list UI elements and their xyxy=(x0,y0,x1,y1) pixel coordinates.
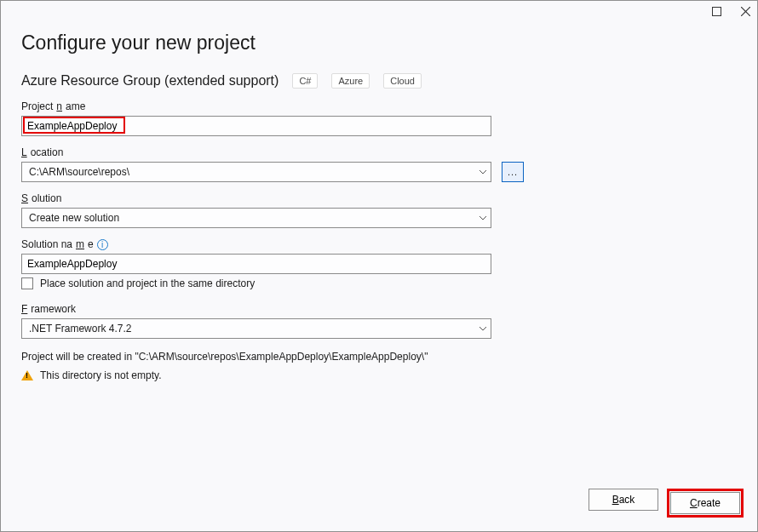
footer-buttons: Back Create xyxy=(589,489,744,518)
same-directory-label: Place solution and project in the same d… xyxy=(40,277,255,289)
chevron-down-icon xyxy=(475,321,491,336)
warning-row: This directory is not empty. xyxy=(21,369,737,381)
close-button[interactable] xyxy=(738,4,752,18)
close-icon xyxy=(741,7,750,16)
field-solution-name: Solution name i Place solution and proje… xyxy=(21,238,737,289)
titlebar xyxy=(1,1,757,26)
warning-icon xyxy=(21,370,33,380)
svg-rect-0 xyxy=(712,7,721,15)
field-framework: Framework .NET Framework 4.7.2 xyxy=(21,303,737,339)
content-area: Configure your new project Azure Resourc… xyxy=(1,26,757,531)
maximize-icon xyxy=(712,7,721,16)
framework-combo[interactable]: .NET Framework 4.7.2 xyxy=(21,318,491,339)
template-name: Azure Resource Group (extended support) xyxy=(21,73,279,89)
template-header: Azure Resource Group (extended support) … xyxy=(21,73,737,89)
browse-button[interactable]: ... xyxy=(502,162,524,182)
warning-text: This directory is not empty. xyxy=(40,369,162,381)
tag-csharp: C# xyxy=(292,73,318,89)
chevron-down-icon xyxy=(475,210,491,226)
framework-label: Framework xyxy=(21,303,737,315)
solution-name-input[interactable] xyxy=(21,254,491,274)
create-button-highlight: Create xyxy=(667,489,744,518)
field-solution: Solution Create new solution xyxy=(21,192,737,228)
solution-combo[interactable]: Create new solution xyxy=(21,208,491,228)
solution-name-label: Solution name i xyxy=(21,238,737,250)
project-name-input[interactable] xyxy=(21,116,491,136)
field-project-name: Project name xyxy=(21,100,737,136)
same-directory-checkbox[interactable] xyxy=(21,277,33,289)
solution-label: Solution xyxy=(21,192,737,204)
page-title: Configure your new project xyxy=(21,31,737,54)
field-location: Location C:\ARM\source\repos\ ... xyxy=(21,146,737,182)
maximize-button[interactable] xyxy=(709,4,723,18)
location-label: Location xyxy=(21,146,737,158)
creation-path-note: Project will be created in "C:\ARM\sourc… xyxy=(21,351,737,363)
dialog-window: Configure your new project Azure Resourc… xyxy=(0,0,758,532)
chevron-down-icon xyxy=(475,164,491,180)
tag-azure: Azure xyxy=(331,73,370,89)
tag-cloud: Cloud xyxy=(383,73,422,89)
project-name-label: Project name xyxy=(21,100,737,112)
create-button[interactable]: Create xyxy=(670,492,740,514)
back-button[interactable]: Back xyxy=(589,489,658,511)
location-combo[interactable]: C:\ARM\source\repos\ xyxy=(21,162,491,182)
info-icon[interactable]: i xyxy=(97,239,108,250)
